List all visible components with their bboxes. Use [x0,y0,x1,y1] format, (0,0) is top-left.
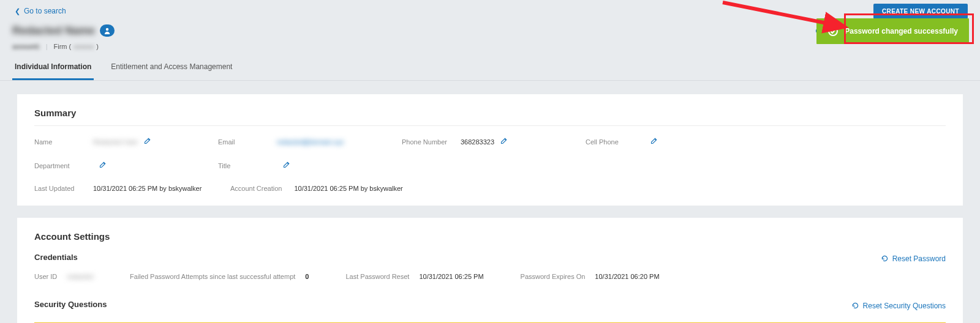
check-circle-icon [827,26,839,37]
toast-message: Password changed successfully [845,27,958,35]
field-failed-attempts: Failed Password Attempts since last succ… [130,273,309,280]
field-password-expires: Password Expires On 10/31/2021 06:20 PM [521,273,660,280]
account-settings-card: Account Settings Credentials Reset Passw… [17,218,963,323]
main-content: Summary Name Redacted User Email redacte… [0,81,980,323]
account-settings-title: Account Settings [34,231,946,242]
chevron-left-icon: ❮ [15,7,20,15]
tab-entitlement-access[interactable]: Entitlement and Access Management [108,56,235,80]
edit-dept-icon[interactable] [99,161,107,170]
back-label: Go to search [24,7,66,15]
person-badge-icon [100,24,115,37]
summary-title: Summary [34,108,946,118]
tabs: Individual Information Entitlement and A… [0,56,980,81]
back-to-search-link[interactable]: ❮ Go to search [15,7,66,15]
create-new-account-button[interactable]: CREATE NEW ACCOUNT [873,4,968,19]
security-questions-title: Security Questions [34,300,107,309]
crumb-firm: Firm ( xxxxxx ) [54,43,99,50]
top-bar: ❮ Go to search CREATE NEW ACCOUNT [0,0,980,21]
edit-cell-icon[interactable] [650,137,658,146]
field-userid: User ID redacted [34,273,93,280]
crumb-account: account1 [12,43,40,50]
edit-name-icon[interactable] [144,137,151,146]
field-last-reset: Last Password Reset 10/31/2021 06:25 PM [345,273,483,280]
edit-phone-icon[interactable] [500,137,508,146]
field-phone: Phone Number 368283323 [402,137,586,146]
field-email: Email redacted@domain.xyz [218,137,402,146]
edit-title-icon[interactable] [283,161,290,170]
credentials-title: Credentials [34,253,78,262]
field-account-creation: Account Creation 10/31/2021 06:25 PM by … [230,185,403,192]
field-cell: Cell Phone [586,137,769,146]
field-department: Department [34,161,218,170]
refresh-icon [881,254,889,262]
crumb-separator: | [46,43,48,50]
field-name: Name Redacted User [34,137,218,146]
reset-security-questions-link[interactable]: Reset Security Questions [851,302,946,310]
success-toast: Password changed successfully [816,18,969,44]
reset-password-link[interactable]: Reset Password [881,254,946,263]
refresh-icon [851,302,859,310]
field-last-updated: Last Updated 10/31/2021 06:25 PM by bsky… [34,185,230,192]
account-title: Redacted Name [12,24,95,37]
tab-individual-information[interactable]: Individual Information [12,56,94,80]
field-title: Title [218,161,402,170]
summary-card: Summary Name Redacted User Email redacte… [17,94,963,206]
